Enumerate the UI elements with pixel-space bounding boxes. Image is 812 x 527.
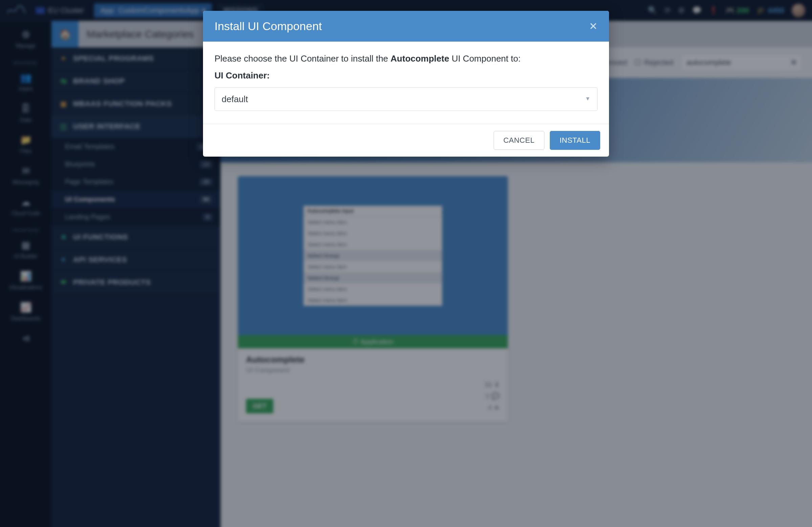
cat-private-products[interactable]: 👁 PRIVATE PRODUCTS: [52, 271, 221, 294]
points-green-value: 200: [737, 6, 749, 15]
install-button[interactable]: INSTALL: [550, 131, 600, 150]
nav-visualizations[interactable]: 📊 Visualizations: [0, 266, 52, 297]
download-icon: ⬇: [494, 381, 500, 388]
sub-count: 26: [200, 178, 213, 186]
nav-label: Files: [20, 148, 31, 154]
cat-mbaas-function-packs[interactable]: ▣ MBAAS FUNCTION PACKS: [52, 93, 221, 115]
app-name: CustomComponentsApp: [118, 6, 200, 15]
chevron-down-icon: ▼: [585, 95, 590, 103]
cat-label: UI FUNCTIONS: [73, 233, 128, 241]
nav-section-frontend: FRONTEND: [0, 223, 52, 235]
cancel-button[interactable]: CANCEL: [494, 131, 545, 150]
gear-icon: ⚙: [0, 29, 52, 40]
cat-api-services[interactable]: ✶ API SERVICES: [52, 249, 221, 271]
sub-ui-components[interactable]: UI Components 90: [52, 191, 221, 208]
card-title: Autocomplete: [246, 354, 500, 365]
cat-label: API SERVICES: [73, 255, 127, 264]
cat-ui-functions[interactable]: ⚛ UI FUNCTIONS: [52, 226, 221, 249]
cat-special-programs[interactable]: ✦ SPECIAL PROGRAMS: [52, 47, 221, 70]
app-prefix: App:: [100, 6, 115, 15]
search-icon[interactable]: 🔍: [648, 6, 657, 15]
app-logo: [7, 5, 26, 16]
sub-label: Email Templates: [65, 143, 114, 150]
points-blue[interactable]: 🎓 4450: [756, 6, 784, 15]
component-card-autocomplete[interactable]: Select menu item Select menu item Select…: [237, 176, 508, 422]
nav-messaging[interactable]: ✉ Messaging: [0, 161, 52, 192]
nav-share[interactable]: ⊲: [0, 328, 52, 352]
nav-ui-builder[interactable]: ▦ UI Builder: [0, 235, 52, 266]
star-icon: ✦: [60, 55, 68, 62]
nav-data[interactable]: 🗄 Data: [0, 99, 52, 130]
share-icon: ⊲: [0, 333, 52, 344]
search-input[interactable]: autocomplete ✖: [681, 55, 802, 71]
stat-comments: 0: [485, 392, 489, 400]
ui-container-label: UI Container:: [215, 69, 597, 82]
home-button[interactable]: 🏠: [52, 21, 78, 47]
left-rail: ⚙ Manage BACKEND 👥 Users 🗄 Data 📁 Files …: [0, 21, 52, 527]
close-icon[interactable]: ✕: [589, 20, 597, 32]
cat-label: BRAND SHOP: [73, 77, 125, 86]
sub-count: 13: [200, 161, 213, 168]
checkbox-icon: ☐: [634, 58, 641, 67]
preview-option: Select menu item: [304, 261, 442, 272]
nav-files[interactable]: 📁 Files: [0, 130, 52, 161]
nav-dashboards[interactable]: 📈 Dashboards: [0, 297, 52, 328]
help-icon[interactable]: ❗: [709, 6, 718, 15]
sub-page-templates[interactable]: Page Templates 26: [52, 173, 221, 191]
database-icon: 🗄: [0, 103, 52, 114]
package-icon: ▣: [60, 100, 68, 108]
modal-footer: CANCEL INSTALL: [203, 124, 609, 157]
app-selector[interactable]: App: CustomComponentsApp ▾: [94, 3, 212, 18]
nav-cloud-code[interactable]: ☁ Cloud Code: [0, 192, 52, 223]
activity-icon[interactable]: ⟳: [665, 6, 670, 15]
nav-manage[interactable]: ⚙ Manage: [0, 24, 52, 56]
card-preview: Select menu item Select menu item Select…: [238, 176, 508, 335]
filter-rejected[interactable]: ☐ Rejected: [634, 58, 673, 67]
cluster-selector[interactable]: EU Cluster: [31, 4, 89, 17]
autocomplete-preview: Select menu item Select menu item Select…: [304, 206, 442, 306]
preview-group: Select Group: [304, 272, 442, 283]
forum-icon[interactable]: 💬: [692, 6, 701, 15]
preview-option: Select menu item: [304, 283, 442, 295]
cat-user-interface[interactable]: ◫ USER INTERFACE: [52, 115, 221, 138]
autocomplete-preview-input: [304, 206, 442, 217]
users-icon: 👥: [0, 72, 52, 83]
cat-label: MBAAS FUNCTION PACKS: [73, 100, 172, 108]
nav-label: Data: [20, 117, 31, 123]
category-sidebar: ✦ SPECIAL PROGRAMS 🛍 BRAND SHOP ▣ MBAAS …: [52, 47, 221, 527]
card-stats: 50 ⬇ 0 💬 4 ★: [484, 379, 500, 413]
nav-label: Dashboards: [11, 316, 40, 321]
sub-label: Landing Pages: [65, 213, 110, 221]
function-icon: ⚛: [60, 233, 68, 241]
avatar[interactable]: [792, 4, 805, 17]
nav-label: Cloud Code: [12, 210, 40, 216]
sub-email-templates[interactable]: Email Templates 130: [52, 138, 221, 156]
get-button[interactable]: GET: [246, 399, 273, 413]
controller-icon: 🎮: [725, 6, 735, 15]
modal-description: Please choose the UI Container to instal…: [215, 52, 597, 65]
ui-container-select[interactable]: default ▼: [215, 87, 597, 111]
star-icon: ★: [494, 404, 500, 411]
cat-brand-shop[interactable]: 🛍 BRAND SHOP: [52, 70, 221, 93]
layout-icon: ▦: [0, 239, 52, 251]
points-green[interactable]: 🎮 200: [725, 6, 749, 15]
card-strip-label: Application: [360, 338, 393, 345]
preview-option: Select menu item: [304, 228, 442, 239]
cat-label: USER INTERFACE: [73, 122, 141, 131]
nav-users[interactable]: 👥 Users: [0, 67, 52, 99]
gear-icon[interactable]: ⚙: [678, 6, 685, 15]
clear-icon[interactable]: ✖: [791, 58, 797, 67]
cluster-label: EU Cluster: [48, 6, 84, 15]
nav-label: Messaging: [13, 179, 39, 185]
sub-blueprints[interactable]: Blueprints 13: [52, 156, 221, 173]
sub-landing-pages[interactable]: Landing Pages 4: [52, 208, 221, 226]
modal-title: Install UI Component: [215, 20, 322, 33]
modal-header: Install UI Component ✕: [203, 11, 609, 42]
preview-option: Select menu item: [304, 239, 442, 250]
mail-icon: ✉: [0, 165, 52, 177]
sub-count: 90: [200, 196, 213, 203]
nav-label: Users: [19, 86, 33, 92]
sub-count: 4: [203, 214, 213, 221]
points-blue-value: 4450: [768, 6, 784, 15]
home-icon: 🏠: [59, 28, 71, 40]
